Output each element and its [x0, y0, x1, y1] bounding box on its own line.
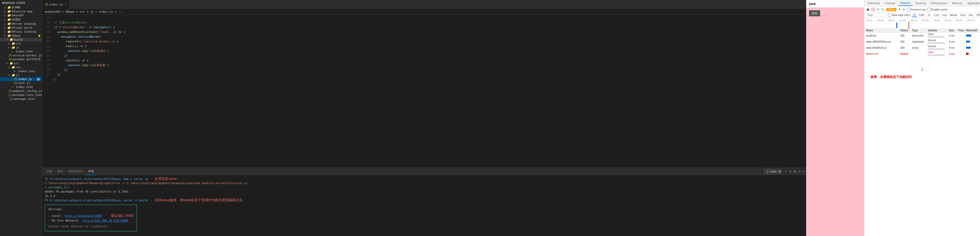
sidebar-item-02hmr[interactable]: ▶ 📁 02HMR [0, 6, 42, 10]
item-label: css [16, 42, 21, 45]
arrow-icon: ▶ [4, 18, 7, 21]
row-initiator: Other(ServiceWorker) [928, 51, 949, 56]
close-terminal-button[interactable]: × [803, 170, 805, 173]
sidebar-item-src-js[interactable]: ▼ 📁 js [0, 73, 42, 77]
chevron-up-button[interactable]: ∧ [799, 170, 800, 173]
js-icon: JS [14, 81, 18, 85]
sidebar-item-src[interactable]: ▼ 📁 src [0, 61, 42, 65]
filter-icon[interactable]: ⚙ [877, 8, 879, 11]
tab-terminal[interactable]: 终端 [86, 168, 97, 175]
code-content[interactable]: // 注册serviceWorker if ('serviceWorker' i… [52, 14, 806, 167]
sidebar-item-index-js[interactable]: JS index.js 1 [0, 77, 42, 81]
sidebar-item-test-js[interactable]: JS test.js [0, 81, 42, 85]
disable-cache-checkbox[interactable] [927, 8, 931, 11]
sidebar-item-package-json[interactable]: {} package.json [0, 97, 42, 101]
term-line-added: added 78 packages from 39 contributors i… [45, 190, 803, 194]
col-header-initiator: Initiator [928, 29, 949, 32]
folder-icon: 📁 [7, 22, 11, 26]
row-size: 4 ms [949, 46, 958, 49]
row-status: 200 [900, 40, 912, 43]
sidebar-item-service-worker[interactable]: JS service-worker.js [0, 53, 42, 57]
modified-dot [38, 35, 40, 37]
filter-doc-btn[interactable]: Doc [967, 13, 974, 17]
settings-icon[interactable]: ⚙ [902, 8, 905, 11]
devtools-panel: Elements Console Network Sources Perform… [864, 0, 980, 236]
sidebar-item-05cache[interactable]: ▶ 📁 05缓存 [0, 18, 42, 22]
network-row-favicon[interactable]: favicon.ico (failed) Other(ServiceWorker… [864, 51, 980, 57]
sidebar-item-src-css[interactable]: ▶ 📁 css [0, 65, 42, 69]
sidebar-item-09pwa[interactable]: ▼ 📁 09pwa [0, 34, 42, 38]
network-table-header: Name Status Type Initiator Size Time Wat… [864, 29, 980, 33]
change-badge: 1 [37, 78, 40, 81]
devtools-tab-network[interactable]: Network [898, 0, 912, 6]
network-row-localhost[interactable]: localhost 200 document Other(ServiceWork… [864, 33, 980, 39]
row-type: script [912, 46, 928, 49]
filter-media-btn[interactable]: Media [949, 13, 958, 17]
network-row-js[interactable]: main.8e0d5cd5.js 200 script finished(Ser… [864, 45, 980, 51]
code-editor: 1516171819 2021222324 252627 // 注册servic… [42, 14, 806, 167]
pwa-title: pwa [807, 0, 864, 8]
html-icon: ◇ [11, 50, 15, 53]
tab-index-js[interactable]: JS index.js × [42, 0, 69, 9]
filter-ws-btn[interactable]: WS [975, 13, 980, 17]
item-label: 08lazy loading [11, 30, 36, 33]
disable-cache-label[interactable]: Disable cache [927, 8, 948, 11]
devtools-tab-performance[interactable]: Performance [929, 1, 949, 6]
node-select[interactable]: 1: node [764, 169, 782, 174]
sidebar-item-build-js[interactable]: ▶ 📁 js [0, 46, 42, 49]
clear-button[interactable]: 🚫 [871, 8, 875, 11]
filter-img-btn[interactable]: Img [941, 13, 948, 17]
item-label: src [14, 62, 19, 65]
sidebar-item-build-css[interactable]: ▶ 📁 css [0, 41, 42, 46]
sidebar-item-build[interactable]: ▼ 📁 build [0, 38, 42, 41]
pwa-button[interactable]: 按钮 [809, 10, 820, 16]
filter-css-btn[interactable]: CSS [933, 13, 940, 17]
network-url[interactable]: http://192.168.10.126:5000 [83, 219, 128, 222]
item-label: 02HMR [11, 6, 20, 9]
devtools-tab-sources[interactable]: Sources [913, 1, 928, 6]
sidebar-item-index-less[interactable]: ◈ index.less [0, 69, 42, 73]
split-terminal-button[interactable]: ⊡ [789, 170, 791, 173]
filter-js-btn[interactable]: JS [926, 13, 932, 17]
sidebar-item-08lazyloading[interactable]: ▶ 📁 08lazy loading [0, 30, 42, 34]
tab-label: index.js [49, 3, 63, 6]
offline-badge[interactable]: Offline [886, 8, 896, 11]
sidebar-item-07codesplit[interactable]: ▶ 📁 07code split [0, 26, 42, 30]
folder-icon: 📁 [7, 26, 11, 30]
preserve-log-checkbox[interactable] [907, 8, 910, 11]
hide-data-checkbox[interactable] [888, 13, 891, 17]
add-terminal-button[interactable]: ＋ [784, 169, 787, 174]
sidebar-item-src-indexhtml[interactable]: ◇ index.html [0, 85, 42, 89]
filter-xhr-btn[interactable]: XHR [918, 13, 926, 17]
preserve-log-label[interactable]: Preserve log [907, 8, 926, 11]
local-url[interactable]: http://localhost:5000 [65, 214, 102, 218]
sidebar-item-04oneof[interactable]: ▶ 📁 04oneOf [0, 13, 42, 18]
prompt-text: PS D:\desktop\webpack-study\webpack03\09… [45, 177, 121, 181]
filter-font-btn[interactable]: Font [959, 13, 967, 17]
search-button[interactable]: 🔍 [881, 8, 885, 11]
devtools-tab-application[interactable]: Application [966, 1, 980, 6]
folder-icon: 📁 [10, 62, 13, 65]
tab-output[interactable]: 输出 [55, 168, 66, 175]
sidebar-item-workbox[interactable]: JS workbox-4efff5f2.js [0, 57, 42, 61]
sidebar-item-06treeshaking[interactable]: ▶ 📁 06tree shaking [0, 22, 42, 26]
devtools-tab-memory[interactable]: Memory [950, 1, 964, 6]
devtools-tab-console[interactable]: Console [883, 1, 897, 6]
sidebar-item-webpack-config[interactable]: JS webpack.config.js [0, 89, 42, 93]
folder-icon: 📁 [7, 14, 11, 17]
filter-all-btn[interactable]: All [912, 13, 917, 17]
sidebar-item-package-lock[interactable]: {} package-lock.json [0, 93, 42, 97]
sidebar-item-03sourcemap[interactable]: ▶ 📁 03source-map [0, 10, 42, 13]
throttle-icon[interactable]: ▼ [898, 8, 901, 11]
tab-problems[interactable]: 问题 [44, 168, 55, 175]
network-row-css[interactable]: main.d94d334f4a.css 200 stylesheet finis… [864, 39, 980, 45]
tab-close-button[interactable]: × [65, 3, 66, 6]
item-label: build [14, 38, 22, 41]
hide-data-label[interactable]: Hide data URLs [888, 13, 911, 17]
record-button[interactable]: ⏺ [866, 7, 870, 11]
filter-input[interactable] [866, 13, 887, 17]
sidebar-item-build-indexhtml[interactable]: ◇ index.html [0, 49, 42, 53]
devtools-tab-elements[interactable]: Elements [866, 1, 882, 6]
trash-terminal-button[interactable]: 🗑 [794, 170, 797, 173]
tab-debug-console[interactable]: 调试控制台 [66, 168, 86, 175]
